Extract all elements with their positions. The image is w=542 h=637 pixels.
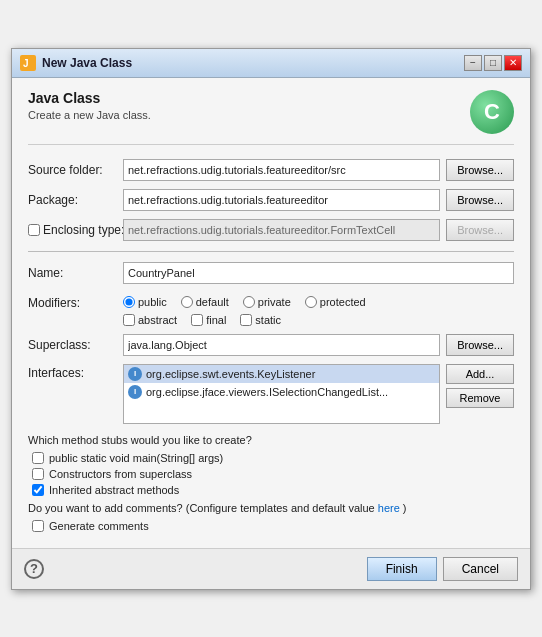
generate-comments-label: Generate comments (49, 520, 149, 532)
modifiers-checks: abstract final static (123, 314, 514, 326)
generate-comments-checkbox[interactable] (32, 520, 44, 532)
superclass-row: Superclass: Browse... (28, 334, 514, 356)
stub-inherited-label: Inherited abstract methods (49, 484, 179, 496)
interface-icon-0: I (128, 367, 142, 381)
modifiers-row: Modifiers: public default private (28, 294, 514, 326)
header-icon: C (470, 90, 514, 134)
stub-row-0: public static void main(String[] args) (32, 452, 514, 464)
modifier-protected-label: protected (320, 296, 366, 308)
interfaces-buttons: Add... Remove (446, 364, 514, 408)
modifier-protected-radio[interactable] (305, 296, 317, 308)
comments-question: Do you want to add comments? (Configure … (28, 502, 514, 514)
enclosing-type-field (123, 219, 440, 241)
modifiers-label: Modifiers: (28, 294, 123, 310)
header-section: Java Class Create a new Java class. C (28, 90, 514, 145)
header-subtitle: Create a new Java class. (28, 109, 151, 121)
minimize-button[interactable]: − (464, 55, 482, 71)
modifier-public-radio[interactable] (123, 296, 135, 308)
interfaces-label: Interfaces: (28, 364, 123, 380)
modifier-private-label: private (258, 296, 291, 308)
modifier-final-checkbox[interactable] (191, 314, 203, 326)
modifiers-top: Modifiers: public default private (28, 294, 514, 310)
modifier-static[interactable]: static (240, 314, 281, 326)
package-label: Package: (28, 193, 123, 207)
header-text: Java Class Create a new Java class. (28, 90, 151, 121)
interfaces-list: I org.eclipse.swt.events.KeyListener I o… (123, 364, 440, 424)
stub-row-1: Constructors from superclass (32, 468, 514, 480)
stub-main-checkbox[interactable] (32, 452, 44, 464)
modifiers-radio-group: public default private protected (123, 296, 366, 308)
divider-1 (28, 251, 514, 252)
modifier-default-label: default (196, 296, 229, 308)
footer-left: ? (24, 559, 44, 579)
title-bar: J New Java Class − □ ✕ (12, 49, 530, 78)
enclosing-type-checkbox[interactable] (28, 224, 40, 236)
footer-buttons: Finish Cancel (367, 557, 518, 581)
modifier-default[interactable]: default (181, 296, 229, 308)
generate-comments-row: Generate comments (32, 520, 514, 532)
modifier-static-label: static (255, 314, 281, 326)
modifier-abstract-checkbox[interactable] (123, 314, 135, 326)
enclosing-type-row: Enclosing type: Browse... (28, 219, 514, 241)
modifier-protected[interactable]: protected (305, 296, 366, 308)
superclass-field (123, 334, 440, 356)
interface-label-0: org.eclipse.swt.events.KeyListener (146, 368, 315, 380)
enclosing-type-browse-button[interactable]: Browse... (446, 219, 514, 241)
source-folder-browse-button[interactable]: Browse... (446, 159, 514, 181)
stub-main-label: public static void main(String[] args) (49, 452, 223, 464)
cancel-button[interactable]: Cancel (443, 557, 518, 581)
superclass-input[interactable] (123, 334, 440, 356)
package-field (123, 189, 440, 211)
modifier-public[interactable]: public (123, 296, 167, 308)
java-class-icon: J (20, 55, 36, 71)
remove-interface-button[interactable]: Remove (446, 388, 514, 408)
title-bar-left: J New Java Class (20, 55, 132, 71)
new-java-class-dialog: J New Java Class − □ ✕ Java Class Create… (11, 48, 531, 590)
modifier-abstract[interactable]: abstract (123, 314, 177, 326)
interface-item-0[interactable]: I org.eclipse.swt.events.KeyListener (124, 365, 439, 383)
name-row: Name: (28, 262, 514, 284)
name-label: Name: (28, 266, 123, 280)
modifier-private[interactable]: private (243, 296, 291, 308)
source-folder-row: Source folder: Browse... (28, 159, 514, 181)
interface-icon-1: I (128, 385, 142, 399)
interface-label-1: org.eclipse.jface.viewers.ISelectionChan… (146, 386, 388, 398)
close-button[interactable]: ✕ (504, 55, 522, 71)
stubs-question: Which method stubs would you like to cre… (28, 434, 514, 446)
name-field (123, 262, 514, 284)
finish-button[interactable]: Finish (367, 557, 437, 581)
superclass-label: Superclass: (28, 338, 123, 352)
modifier-abstract-label: abstract (138, 314, 177, 326)
interfaces-section: Interfaces: I org.eclipse.swt.events.Key… (28, 364, 514, 424)
package-browse-button[interactable]: Browse... (446, 189, 514, 211)
source-folder-input[interactable] (123, 159, 440, 181)
dialog-footer: ? Finish Cancel (12, 548, 530, 589)
stub-constructors-checkbox[interactable] (32, 468, 44, 480)
name-input[interactable] (123, 262, 514, 284)
help-icon[interactable]: ? (24, 559, 44, 579)
stub-constructors-label: Constructors from superclass (49, 468, 192, 480)
superclass-browse-button[interactable]: Browse... (446, 334, 514, 356)
comments-section: Do you want to add comments? (Configure … (28, 502, 514, 532)
svg-text:J: J (23, 58, 29, 69)
dialog-content: Java Class Create a new Java class. C So… (12, 78, 530, 548)
stub-row-2: Inherited abstract methods (32, 484, 514, 496)
modifier-default-radio[interactable] (181, 296, 193, 308)
enclosing-type-input[interactable] (123, 219, 440, 241)
modifier-final[interactable]: final (191, 314, 226, 326)
header-title: Java Class (28, 90, 151, 106)
maximize-button[interactable]: □ (484, 55, 502, 71)
enclosing-type-label: Enclosing type: (43, 223, 124, 237)
stub-inherited-checkbox[interactable] (32, 484, 44, 496)
source-folder-field (123, 159, 440, 181)
modifier-private-radio[interactable] (243, 296, 255, 308)
add-interface-button[interactable]: Add... (446, 364, 514, 384)
comments-configure-link[interactable]: here (378, 502, 400, 514)
interface-item-1[interactable]: I org.eclipse.jface.viewers.ISelectionCh… (124, 383, 439, 401)
modifier-static-checkbox[interactable] (240, 314, 252, 326)
title-buttons: − □ ✕ (464, 55, 522, 71)
modifier-public-label: public (138, 296, 167, 308)
modifier-final-label: final (206, 314, 226, 326)
package-input[interactable] (123, 189, 440, 211)
source-folder-label: Source folder: (28, 163, 123, 177)
